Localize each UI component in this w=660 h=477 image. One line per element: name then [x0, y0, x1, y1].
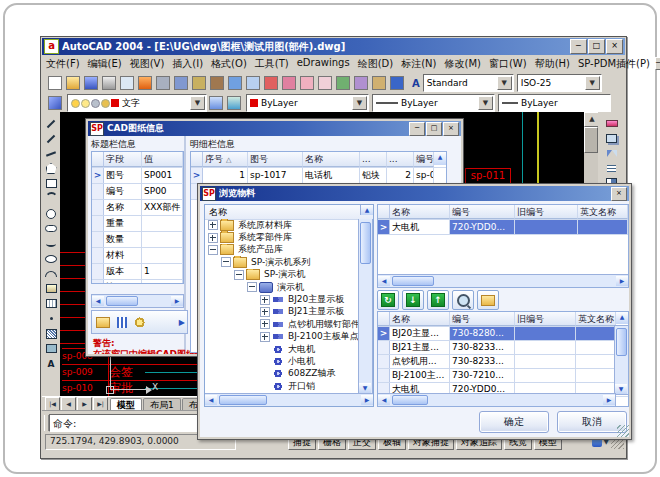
tree-item[interactable]: 系统零部件库	[205, 231, 360, 243]
scroll-left-icon[interactable]: ◀	[378, 276, 390, 286]
tab-nav-button[interactable]: ◀	[61, 397, 76, 411]
column-header[interactable]: 编号	[450, 205, 515, 219]
save-icon[interactable]	[82, 74, 100, 92]
material-row[interactable]: > BJ20主显... 730-8280...	[378, 327, 628, 341]
menu-item[interactable]: 编辑(E)	[84, 56, 126, 72]
tree-expander-icon[interactable]	[208, 233, 218, 243]
column-header-field[interactable]: 字段	[104, 152, 142, 167]
region-icon[interactable]	[43, 341, 59, 356]
add-gear-icon[interactable]	[134, 317, 145, 328]
child-minimize-button[interactable]: ─	[655, 57, 660, 70]
material-row[interactable]: BJ21主显... 730-8233...	[378, 341, 628, 355]
column-header[interactable]: 名称	[303, 152, 360, 167]
spline-icon[interactable]	[43, 236, 59, 251]
tree-item[interactable]: SP-演示机系列	[205, 256, 360, 268]
circle-icon[interactable]	[43, 206, 59, 221]
tree-expander-icon[interactable]	[234, 270, 244, 280]
minimize-button[interactable]: ─	[409, 122, 425, 136]
paste-icon[interactable]	[190, 74, 208, 92]
line-icon[interactable]	[43, 116, 59, 131]
close-button[interactable]: ×	[611, 187, 627, 201]
menu-item[interactable]: 插入(I)	[168, 56, 207, 72]
scrollbar-thumb[interactable]	[392, 276, 434, 286]
scroll-right-icon[interactable]: ▶	[616, 276, 628, 286]
column-header[interactable]: 图号	[248, 152, 303, 167]
menu-item[interactable]: 绘图(D)	[354, 56, 398, 72]
column-header[interactable]: 英文名称	[576, 312, 616, 326]
material-list-vscrollbar[interactable]: ▼	[614, 325, 629, 395]
maximize-button[interactable]: □	[588, 39, 605, 54]
menu-item[interactable]: 帮助(H)	[531, 56, 574, 72]
window-titlebar[interactable]: a AutoCAD 2004 - [E:\UG\dwg\图框\测试用图(部件).…	[42, 38, 625, 55]
point-icon[interactable]	[43, 311, 59, 326]
make-layer-current-icon[interactable]	[207, 94, 225, 112]
tree-item[interactable]: 608ZZ轴承	[205, 368, 360, 380]
zoom-previous-icon[interactable]	[316, 74, 334, 92]
open-icon[interactable]	[64, 74, 82, 92]
ellipse-arc-icon[interactable]	[43, 266, 59, 281]
tree-item[interactable]: 点钞机用螺钉部件	[205, 318, 360, 330]
tree-expander-icon[interactable]	[260, 295, 270, 305]
tree-item[interactable]: 系统原材料库	[205, 219, 360, 231]
more-arrow-icon[interactable]: ▶	[179, 318, 185, 327]
polygon-icon[interactable]	[43, 161, 59, 176]
scroll-left-icon[interactable]: ◀	[205, 395, 217, 405]
ellipse-icon[interactable]	[43, 251, 59, 266]
scroll-up-icon[interactable]: ▲	[434, 152, 446, 165]
arc-icon[interactable]	[43, 191, 59, 206]
menu-item[interactable]: 标注(N)	[397, 56, 440, 72]
column-header[interactable]: 序号 △	[203, 152, 248, 167]
tree-vscrollbar[interactable]: ▼	[358, 219, 373, 394]
column-header[interactable]: ...	[387, 152, 414, 167]
erase-icon[interactable]	[604, 116, 620, 131]
tree-item[interactable]: BJ20主显示板	[205, 293, 360, 305]
column-header[interactable]: ...	[360, 152, 387, 167]
offset-icon[interactable]	[604, 161, 620, 176]
designcenter-icon[interactable]	[352, 74, 370, 92]
color-combo[interactable]: ByLayer ▼	[246, 94, 369, 112]
column-header[interactable]: 编号	[450, 312, 515, 326]
selected-material-hscrollbar[interactable]: ◀ ▶	[377, 274, 629, 288]
scroll-right-icon[interactable]: ▶	[603, 395, 615, 405]
tree-item[interactable]: 小电机	[205, 355, 360, 367]
copy-object-icon[interactable]	[604, 131, 620, 146]
scrollbar-thumb[interactable]	[584, 127, 598, 153]
column-header[interactable]: 名称	[390, 205, 450, 219]
tree-item[interactable]: 大电机	[205, 343, 360, 355]
minimize-button[interactable]: ─	[570, 39, 587, 54]
tree-item[interactable]: BJ-2100主板单点	[205, 331, 360, 343]
linetype-combo[interactable]: ByLayer	[498, 94, 611, 112]
tree-expander-icon[interactable]	[260, 307, 270, 317]
titleblock-row[interactable]: 编号 SP00	[92, 184, 183, 200]
open-icon[interactable]	[96, 317, 110, 328]
tree-item[interactable]: 演示机	[205, 281, 360, 293]
layer-combo[interactable]: 文字 ▼	[67, 94, 207, 112]
close-button[interactable]: ×	[443, 122, 459, 136]
export-up-icon[interactable]: ↑	[427, 290, 449, 310]
chevron-down-icon[interactable]: ▼	[585, 76, 600, 90]
tool-palettes-icon[interactable]	[370, 74, 388, 92]
tree-item[interactable]: 系统产品库	[205, 244, 360, 256]
layers-icon[interactable]	[46, 94, 64, 112]
zoom-window-icon[interactable]	[298, 74, 316, 92]
detail-row[interactable]: > 1 sp-1017 电话机 铝块 2 sp-017	[191, 168, 446, 184]
column-header[interactable]: 编号	[414, 152, 434, 167]
column-header[interactable]: 名称	[390, 312, 450, 326]
tree-expander-icon[interactable]	[208, 245, 218, 255]
scroll-up-icon[interactable]: ▲	[360, 205, 373, 215]
scroll-down-icon[interactable]: ▼	[359, 383, 371, 393]
scroll-right-icon[interactable]: ▶	[361, 395, 373, 405]
scroll-down-icon[interactable]: ▼	[615, 384, 627, 394]
tab-nav-button[interactable]: ▶	[77, 397, 92, 411]
chevron-down-icon[interactable]: ▼	[497, 76, 512, 90]
titleblock-hscrollbar[interactable]: ◀ ▶	[91, 294, 184, 308]
resize-grip[interactable]	[617, 425, 629, 437]
import-down-icon[interactable]: ↓	[402, 290, 424, 310]
column-header[interactable]: 旧编号	[515, 205, 578, 219]
cad-info-titlebar[interactable]: SP CAD图纸信息 ─ □ ×	[88, 121, 461, 136]
chevron-down-icon[interactable]: ▼	[478, 96, 493, 110]
tree-hscrollbar[interactable]: ◀ ▶	[205, 393, 373, 406]
rectangle-icon[interactable]	[43, 176, 59, 191]
scroll-left-icon[interactable]: ◀	[378, 395, 390, 405]
plot-icon[interactable]	[100, 74, 118, 92]
